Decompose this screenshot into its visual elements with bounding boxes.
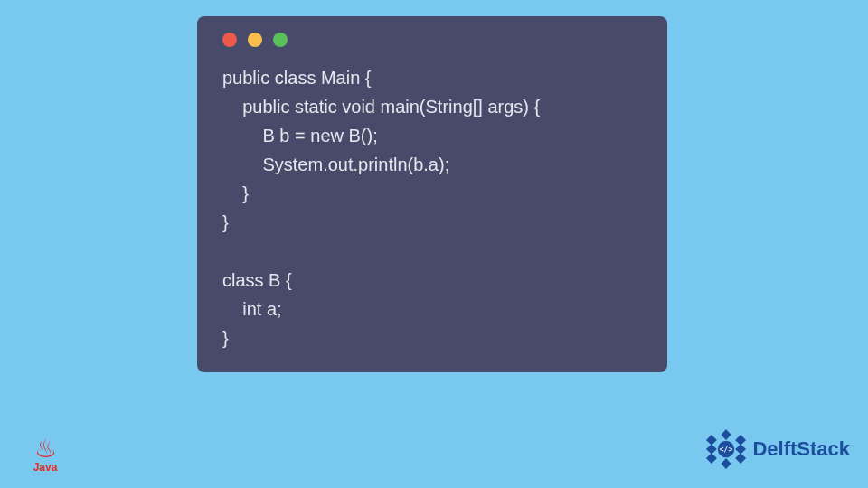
svg-marker-4 xyxy=(722,458,731,469)
window-traffic-lights xyxy=(222,33,642,47)
delftstack-badge-icon: </> xyxy=(705,428,747,470)
java-steam-icon: ♨ xyxy=(25,437,65,460)
svg-marker-6 xyxy=(706,444,717,454)
java-logo-label: Java xyxy=(25,461,65,474)
svg-marker-2 xyxy=(736,444,747,454)
svg-marker-7 xyxy=(706,435,717,446)
svg-marker-3 xyxy=(736,453,747,464)
delftstack-logo-label: DelftStack xyxy=(752,437,850,461)
java-logo: ♨ Java xyxy=(25,437,65,474)
maximize-icon xyxy=(273,33,288,47)
minimize-icon xyxy=(248,33,262,47)
close-icon xyxy=(222,33,237,47)
code-block: public class Main { public static void m… xyxy=(222,63,642,352)
svg-marker-5 xyxy=(706,453,717,464)
code-window: public class Main { public static void m… xyxy=(197,16,667,372)
svg-marker-0 xyxy=(722,429,731,440)
delftstack-logo: </> DelftStack xyxy=(705,428,850,470)
svg-text:</>: </> xyxy=(720,445,733,454)
svg-marker-1 xyxy=(736,435,747,446)
